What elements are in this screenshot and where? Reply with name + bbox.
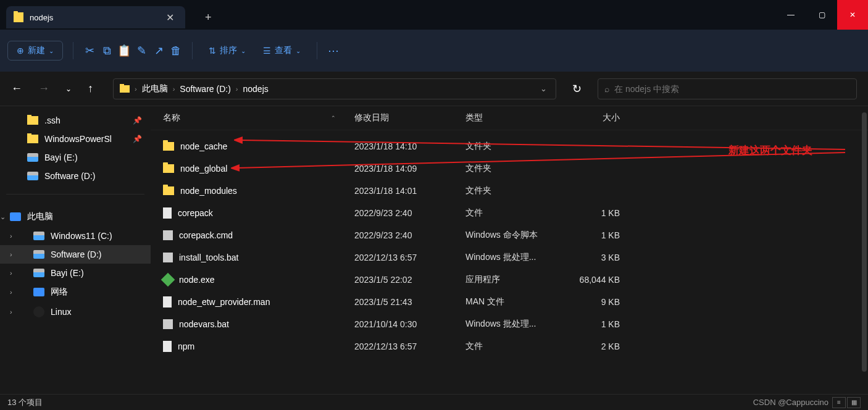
sidebar-item-this-pc[interactable]: ⌄ 此电脑 (0, 207, 151, 227)
column-header-name[interactable]: 名称 ⌃ (163, 112, 354, 123)
column-header-type[interactable]: 类型 (465, 112, 558, 123)
cell-type: Windows 命令脚本 (465, 230, 558, 241)
sidebar-item[interactable]: WindowsPowerSl 📌 (0, 130, 151, 148)
share-icon[interactable]: ↗ (152, 44, 165, 57)
chevron-right-icon: › (135, 85, 137, 93)
breadcrumb-item[interactable]: 此电脑 (142, 83, 168, 94)
cell-size: 3 KB (558, 253, 632, 262)
cell-type: 文件 (465, 207, 558, 219)
file-icon (163, 296, 172, 308)
minimize-button[interactable]: — (775, 0, 806, 30)
copy-icon[interactable]: ⧉ (101, 44, 113, 57)
recent-dropdown[interactable]: ⌄ (62, 81, 75, 97)
back-button[interactable]: ← (7, 78, 26, 99)
view-list-icon[interactable]: ≡ (832, 397, 846, 408)
folder-icon (120, 85, 130, 93)
new-button[interactable]: ⊕ 新建 ⌄ (7, 41, 63, 61)
cell-size: 1 KB (558, 208, 632, 218)
cell-date: 2023/1/5 22:02 (354, 275, 465, 285)
more-icon[interactable]: ⋯ (327, 44, 340, 57)
column-header-size[interactable]: 大小 (558, 112, 632, 123)
file-row[interactable]: install_tools.bat 2022/12/13 6:57 Window… (151, 246, 868, 269)
up-button[interactable]: ↑ (84, 78, 97, 99)
file-row[interactable]: node_global 2023/1/18 14:09 文件夹 (151, 157, 868, 180)
pc-icon (10, 212, 21, 221)
chevron-right-icon[interactable]: › (10, 269, 12, 277)
view-button[interactable]: ☰ 查看 ⌄ (257, 40, 307, 61)
status-count: 13 个项目 (7, 397, 43, 408)
tab-current[interactable]: nodejs ✕ (6, 6, 185, 28)
paste-icon[interactable]: 📋 (118, 44, 130, 57)
rename-icon[interactable]: ✎ (135, 44, 148, 57)
search-input[interactable] (614, 84, 850, 94)
tab-close-icon[interactable]: ✕ (162, 12, 178, 23)
sort-button[interactable]: ⇅ 排序 ⌄ (202, 40, 252, 61)
drive-icon (27, 153, 38, 162)
sidebar: .ssh 📌 WindowsPowerSl 📌 Bayi (E:) Softwa… (0, 106, 151, 394)
column-label: 名称 (163, 112, 180, 123)
cell-date: 2023/1/18 14:10 (354, 141, 465, 151)
sidebar-item-network[interactable]: › 网络 (0, 282, 151, 302)
chevron-down-icon: ⌄ (296, 48, 301, 54)
file-row[interactable]: corepack 2022/9/23 2:40 文件 1 KB (151, 202, 868, 224)
search-icon: ⌕ (604, 84, 609, 94)
breadcrumb-item[interactable]: Software (D:) (180, 84, 230, 94)
file-row[interactable]: nodevars.bat 2021/10/14 0:30 Windows 批处理… (151, 313, 868, 335)
folder-icon (163, 186, 174, 195)
sidebar-item-label: Linux (51, 307, 142, 317)
cell-date: 2022/9/23 2:40 (354, 208, 465, 218)
sidebar-item-label: Bayi (E:) (44, 153, 142, 162)
sidebar-item[interactable]: Software (D:) (0, 167, 151, 185)
file-row[interactable]: node_etw_provider.man 2023/1/5 21:43 MAN… (151, 291, 868, 313)
cell-name: node_cache (163, 141, 354, 151)
file-row[interactable]: node_modules 2023/1/18 14:01 文件夹 (151, 180, 868, 202)
forward-button[interactable]: → (35, 78, 53, 99)
drive-icon (33, 232, 44, 240)
delete-icon[interactable]: 🗑 (170, 44, 182, 57)
folder-icon (27, 135, 38, 143)
watermark: CSDN @Cappuccino (753, 398, 828, 407)
close-button[interactable]: ✕ (837, 0, 868, 30)
sidebar-item-drive[interactable]: › Software (D:) (0, 245, 151, 264)
sidebar-item[interactable]: .ssh 📌 (0, 111, 151, 130)
sidebar-item[interactable]: Bayi (E:) (0, 148, 151, 167)
column-header-date[interactable]: 修改日期 (354, 112, 465, 123)
chevron-right-icon[interactable]: › (10, 288, 12, 296)
cut-icon[interactable]: ✂ (83, 44, 96, 57)
network-icon (33, 288, 44, 296)
column-headers: 名称 ⌃ 修改日期 类型 大小 (151, 106, 868, 130)
chevron-right-icon[interactable]: › (10, 308, 12, 316)
breadcrumb-dropdown[interactable]: ⌄ (540, 84, 549, 93)
cell-type: 文件夹 (465, 141, 558, 152)
breadcrumb[interactable]: › 此电脑 › Software (D:) › nodejs ⌄ (113, 78, 556, 99)
statusbar: 13 个项目 CSDN @Cappuccino ≡ ▦ (0, 394, 868, 410)
cell-date: 2023/1/5 21:43 (354, 297, 465, 307)
new-tab-button[interactable]: + (198, 7, 219, 28)
sidebar-item-label: Software (D:) (51, 249, 142, 259)
folder-icon (14, 12, 23, 22)
window-controls: — ▢ ✕ (775, 0, 868, 30)
chevron-down-icon[interactable]: ⌄ (0, 213, 6, 221)
sort-icon: ⇅ (209, 46, 216, 56)
breadcrumb-item[interactable]: nodejs (243, 84, 268, 94)
view-grid-icon[interactable]: ▦ (847, 397, 861, 408)
sidebar-item-drive[interactable]: › Bayi (E:) (0, 264, 151, 282)
sidebar-item-label: WindowsPowerSl (44, 134, 127, 144)
file-row[interactable]: node.exe 2023/1/5 22:02 应用程序 68,044 KB (151, 269, 868, 291)
scrollbar[interactable] (862, 112, 867, 372)
maximize-button[interactable]: ▢ (806, 0, 837, 30)
sidebar-item-drive[interactable]: › Windows11 (C:) (0, 227, 151, 245)
file-icon (163, 207, 172, 219)
file-row[interactable]: corepack.cmd 2022/9/23 2:40 Windows 命令脚本… (151, 224, 868, 246)
titlebar: nodejs ✕ + — ▢ ✕ (0, 0, 868, 30)
sidebar-item-linux[interactable]: › Linux (0, 302, 151, 322)
refresh-button[interactable]: ↻ (565, 78, 589, 99)
chevron-right-icon[interactable]: › (10, 232, 12, 240)
cell-date: 2022/12/13 6:57 (354, 341, 465, 351)
chevron-right-icon[interactable]: › (10, 251, 12, 258)
content-area: 名称 ⌃ 修改日期 类型 大小 node_cache 2023/1/18 14:… (151, 106, 868, 394)
file-row[interactable]: npm 2022/12/13 6:57 文件 2 KB (151, 335, 868, 358)
tab-title: nodejs (30, 13, 162, 22)
file-name: node_cache (180, 141, 227, 151)
search-box[interactable]: ⌕ (598, 78, 857, 99)
